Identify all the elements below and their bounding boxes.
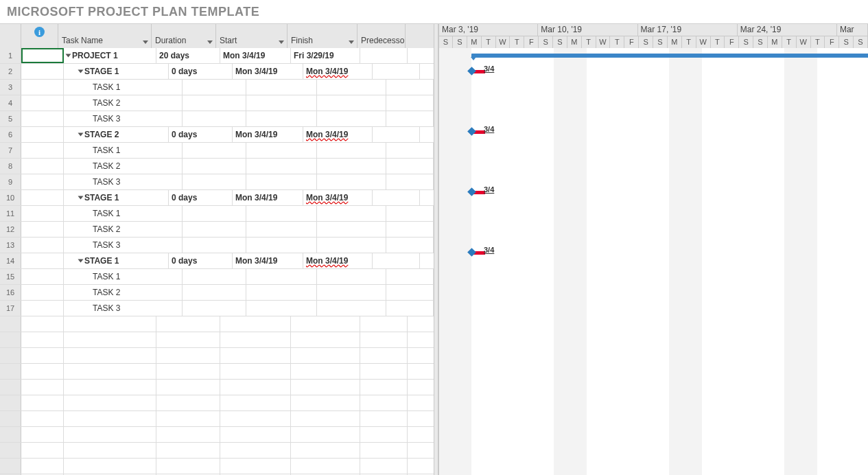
cell-info[interactable] (21, 411, 64, 426)
cell-task-name[interactable] (64, 395, 156, 410)
cell-finish[interactable]: Mon 3/4/19 (303, 127, 373, 142)
chevron-down-icon[interactable] (207, 40, 213, 44)
cell-task-name[interactable]: STAGE 1 (64, 190, 169, 205)
cell-predecessors[interactable] (386, 238, 434, 253)
cell-finish[interactable]: Mon 3/4/19 (303, 253, 373, 268)
cell-task-name[interactable]: TASK 3 (64, 301, 183, 316)
cell-start[interactable] (246, 143, 317, 158)
cell-info[interactable] (21, 64, 64, 79)
cell-finish[interactable] (317, 111, 386, 126)
cell-start[interactable] (220, 427, 291, 442)
row-number[interactable]: 3 (0, 80, 21, 95)
column-header-start[interactable]: Start (216, 24, 288, 48)
cell-info[interactable] (21, 443, 64, 458)
table-row[interactable]: 2STAGE 10 daysMon 3/4/19Mon 3/4/19 (0, 64, 434, 80)
cell-predecessors[interactable] (360, 380, 408, 395)
cell-task-name[interactable] (64, 380, 156, 395)
cell-duration[interactable] (156, 443, 220, 458)
chevron-down-icon[interactable] (279, 40, 284, 44)
cell-info[interactable] (21, 80, 64, 95)
cell-duration[interactable] (156, 427, 220, 442)
cell-finish[interactable]: Fri 3/29/19 (291, 48, 360, 63)
table-row[interactable] (0, 427, 434, 443)
row-number[interactable] (0, 348, 21, 363)
cell-start[interactable] (220, 459, 291, 474)
cell-start[interactable]: Mon 3/4/19 (233, 190, 303, 205)
cell-info[interactable] (21, 95, 64, 111)
cell-task-name[interactable]: TASK 1 (64, 80, 183, 95)
cell-info[interactable] (21, 395, 64, 410)
cell-task-name[interactable]: TASK 3 (64, 174, 183, 189)
summary-bar[interactable] (471, 54, 868, 58)
row-number[interactable]: 5 (0, 111, 21, 126)
cell-predecessors[interactable] (386, 285, 434, 300)
cell-info[interactable] (21, 380, 64, 395)
cell-finish[interactable] (317, 80, 386, 95)
cell-duration[interactable] (156, 395, 220, 410)
cell-predecessors[interactable] (386, 95, 434, 111)
cell-start[interactable] (220, 316, 291, 332)
table-row[interactable] (0, 411, 434, 427)
cell-task-name[interactable]: TASK 2 (64, 159, 183, 174)
row-number[interactable] (0, 411, 21, 426)
table-row[interactable] (0, 364, 434, 380)
cell-task-name[interactable]: TASK 2 (64, 285, 183, 300)
cell-finish[interactable] (291, 395, 360, 410)
cell-predecessors[interactable] (386, 206, 434, 221)
cell-duration[interactable] (156, 380, 220, 395)
cell-finish[interactable] (317, 238, 386, 253)
cell-predecessors[interactable] (373, 190, 420, 205)
row-number[interactable]: 4 (0, 95, 21, 111)
cell-duration[interactable] (156, 459, 220, 474)
grid-body[interactable]: 1PROJECT 120 daysMon 3/4/19Fri 3/29/192S… (0, 48, 434, 475)
collapse-arrow-icon[interactable] (78, 133, 84, 137)
cell-info[interactable] (21, 190, 64, 205)
cell-info[interactable] (21, 285, 64, 300)
cell-duration[interactable] (183, 80, 246, 95)
cell-info[interactable] (21, 316, 64, 332)
table-row[interactable]: 11TASK 1 (0, 206, 434, 222)
cell-finish[interactable]: Mon 3/4/19 (303, 190, 373, 205)
cell-predecessors[interactable] (386, 111, 434, 126)
cell-finish[interactable] (291, 427, 360, 442)
row-number[interactable] (0, 427, 21, 442)
cell-task-name[interactable]: TASK 1 (64, 206, 183, 221)
cell-info[interactable] (21, 459, 64, 474)
cell-info[interactable] (21, 111, 64, 126)
cell-start[interactable]: Mon 3/4/19 (220, 48, 291, 63)
cell-finish[interactable] (317, 206, 386, 221)
cell-predecessors[interactable] (373, 253, 420, 268)
collapse-arrow-icon[interactable] (78, 70, 84, 73)
cell-info[interactable] (21, 364, 64, 379)
cell-info[interactable] (21, 159, 64, 174)
cell-duration[interactable] (183, 174, 246, 189)
row-number[interactable]: 15 (0, 269, 21, 284)
cell-predecessors[interactable] (386, 222, 434, 237)
collapse-arrow-icon[interactable] (66, 54, 71, 58)
column-header-finish[interactable]: Finish (288, 24, 357, 48)
cell-task-name[interactable] (64, 459, 156, 474)
cell-finish[interactable] (317, 95, 386, 111)
cell-predecessors[interactable] (360, 364, 408, 379)
table-row[interactable] (0, 459, 434, 474)
cell-duration[interactable] (183, 238, 246, 253)
table-row[interactable] (0, 443, 434, 459)
row-number[interactable]: 17 (0, 301, 21, 316)
cell-duration[interactable] (183, 111, 246, 126)
cell-duration[interactable] (156, 364, 220, 379)
row-number[interactable] (0, 443, 21, 458)
cell-predecessors[interactable] (386, 269, 434, 284)
cell-task-name[interactable] (64, 316, 156, 332)
cell-duration[interactable] (183, 95, 246, 111)
cell-predecessors[interactable] (373, 64, 420, 79)
row-number[interactable] (0, 332, 21, 347)
table-row[interactable]: 13TASK 3 (0, 238, 434, 253)
cell-task-name[interactable]: STAGE 1 (64, 64, 169, 79)
row-number[interactable] (0, 459, 21, 474)
cell-start[interactable] (220, 443, 291, 458)
cell-finish[interactable] (291, 348, 360, 363)
cell-duration[interactable] (183, 159, 246, 174)
cell-start[interactable]: Mon 3/4/19 (233, 253, 303, 268)
cell-finish[interactable] (291, 364, 360, 379)
cell-duration[interactable] (183, 301, 246, 316)
